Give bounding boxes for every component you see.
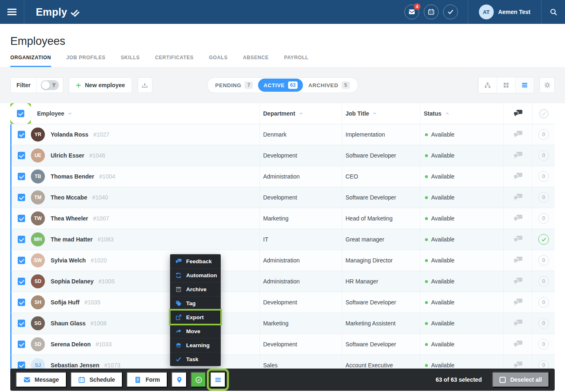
table-row[interactable]: TB Thomas Bender #1004 Administration CE… xyxy=(10,166,555,187)
menu-item[interactable]: Feedback xyxy=(170,254,221,268)
completed-cell[interactable]: 0 xyxy=(532,250,555,271)
comments-cell[interactable] xyxy=(503,313,532,334)
table-row[interactable]: SD Sophia Delaney #1005 Administration H… xyxy=(10,271,555,292)
completed-cell[interactable]: 0 xyxy=(532,208,555,229)
bulk-action-button[interactable]: Schedule xyxy=(70,372,123,387)
row-checkbox[interactable] xyxy=(18,194,25,201)
table-row[interactable]: TW Thea Wheeler #1007 Marketing Head of … xyxy=(10,208,555,229)
navbar-action-button[interactable] xyxy=(443,5,458,19)
table-row[interactable]: YR Yolanda Ross #1027 Denmark Implementa… xyxy=(10,124,555,145)
table-row[interactable]: MH The mad Hatter #1083 IT Great manager… xyxy=(10,229,555,250)
bulk-action-button[interactable]: Form xyxy=(126,372,168,387)
table-row[interactable]: TM Theo Mccabe #1040 Development Softwar… xyxy=(10,187,555,208)
comments-cell[interactable] xyxy=(503,229,532,250)
tab[interactable]: ABSENCE xyxy=(243,55,269,67)
row-checkbox[interactable] xyxy=(18,236,25,243)
comments-cell[interactable] xyxy=(503,292,532,313)
row-checkbox[interactable] xyxy=(18,278,25,285)
segment[interactable]: ACTIVE 63 xyxy=(258,79,303,92)
row-checkbox[interactable] xyxy=(18,215,25,222)
tab[interactable]: SKILLS xyxy=(121,55,140,67)
tab[interactable]: GOALS xyxy=(209,55,228,67)
tab[interactable]: JOB PROFILES xyxy=(66,55,105,67)
table-row[interactable]: SD Serena Deleon #1033 Development Softw… xyxy=(10,334,555,355)
bulk-action-button[interactable] xyxy=(191,372,206,387)
menu-item[interactable]: Learning xyxy=(170,338,221,352)
user-menu[interactable]: AT Aemen Test xyxy=(468,0,542,24)
completed-cell[interactable]: 0 xyxy=(532,187,555,208)
column-header-employee[interactable]: Employee xyxy=(31,103,259,124)
menu-item[interactable]: Export xyxy=(170,310,221,324)
filter-toggle[interactable] xyxy=(41,80,59,90)
column-header-job-title[interactable]: Job Title xyxy=(342,103,420,124)
select-all-checkbox[interactable] xyxy=(17,110,24,117)
bulk-action-button[interactable] xyxy=(210,372,226,387)
main-menu-button[interactable] xyxy=(0,0,24,24)
search-button[interactable] xyxy=(542,0,565,24)
view-toggle-button[interactable] xyxy=(478,77,497,93)
avatar: SH xyxy=(31,295,45,309)
bulk-action-button[interactable]: Message xyxy=(16,372,67,387)
segment[interactable]: ARCHIVED 5 xyxy=(303,79,355,92)
row-checkbox[interactable] xyxy=(18,173,25,180)
comments-cell[interactable] xyxy=(503,124,532,145)
completed-cell[interactable]: 0 xyxy=(532,145,555,166)
menu-item[interactable]: Automation xyxy=(170,268,221,282)
column-header-department[interactable]: Department xyxy=(259,103,342,124)
column-header-status[interactable]: Status xyxy=(420,103,503,124)
tab[interactable]: PAYROLL xyxy=(284,55,309,67)
comments-cell[interactable] xyxy=(503,166,532,187)
filter-control[interactable]: Filter xyxy=(10,77,63,93)
menu-item[interactable]: Move xyxy=(170,324,221,338)
completed-cell[interactable]: 0 xyxy=(532,124,555,145)
comments-cell[interactable] xyxy=(503,208,532,229)
row-checkbox[interactable] xyxy=(18,257,25,264)
column-header-completed[interactable] xyxy=(532,103,555,124)
completed-cell[interactable] xyxy=(532,229,555,250)
settings-button[interactable] xyxy=(539,77,555,93)
comments-cell[interactable] xyxy=(503,145,532,166)
status-cell: Available xyxy=(420,187,503,208)
table-row[interactable]: SW Sylvia Welch #1020 Administration Man… xyxy=(10,250,555,271)
column-header-comments[interactable] xyxy=(503,103,532,124)
tab[interactable]: ORGANIZATION xyxy=(10,55,51,67)
comments-cell[interactable] xyxy=(503,250,532,271)
completed-cell[interactable]: 0 xyxy=(532,271,555,292)
navbar-action-button[interactable] xyxy=(424,5,439,19)
completed-cell[interactable]: 0 xyxy=(532,292,555,313)
completed-cell[interactable]: 0 xyxy=(532,313,555,334)
comments-cell[interactable] xyxy=(503,271,532,292)
tab-label: ORGANIZATION xyxy=(10,55,51,60)
brand-logo[interactable]: Emply xyxy=(24,0,88,24)
navbar-action-button[interactable]: 4 xyxy=(404,5,419,19)
row-checkbox[interactable] xyxy=(18,131,25,138)
table-row[interactable]: UE Ulrich Esser #1046 Development Softwa… xyxy=(10,145,555,166)
department-cell: Administration xyxy=(259,271,342,292)
view-toggle-button[interactable] xyxy=(515,77,534,93)
table-row[interactable]: SH Sofija Huff #1035 Development Softwar… xyxy=(10,292,555,313)
row-checkbox[interactable] xyxy=(18,299,25,306)
check-icon xyxy=(447,9,454,15)
table-row[interactable]: SG Shaun Glass #1008 Marketing Marketing… xyxy=(10,313,555,334)
comments-cell[interactable] xyxy=(503,187,532,208)
view-toggle-button[interactable] xyxy=(497,77,515,93)
import-button[interactable] xyxy=(138,77,152,93)
row-checkbox[interactable] xyxy=(18,341,25,348)
row-checkbox[interactable] xyxy=(18,362,25,369)
deselect-all-button[interactable]: Deselect all xyxy=(492,372,549,387)
tab[interactable]: CERTIFICATES xyxy=(155,55,194,67)
completed-cell[interactable]: 0 xyxy=(532,166,555,187)
avatar: YR xyxy=(31,128,45,141)
segment[interactable]: PENDING 7 xyxy=(210,79,258,92)
comments-cell[interactable] xyxy=(503,334,532,355)
menu-item[interactable]: Archive xyxy=(170,282,221,296)
completed-cell[interactable]: 0 xyxy=(532,334,555,355)
row-checkbox[interactable] xyxy=(18,152,25,159)
count-badge: 0 xyxy=(538,192,549,203)
new-employee-button[interactable]: New employee xyxy=(69,77,132,93)
bulk-action-button[interactable] xyxy=(171,372,187,387)
menu-item[interactable]: Tag xyxy=(170,296,221,310)
row-checkbox[interactable] xyxy=(18,320,25,327)
status-label: Available xyxy=(431,215,455,222)
menu-item[interactable]: Task xyxy=(170,352,221,366)
